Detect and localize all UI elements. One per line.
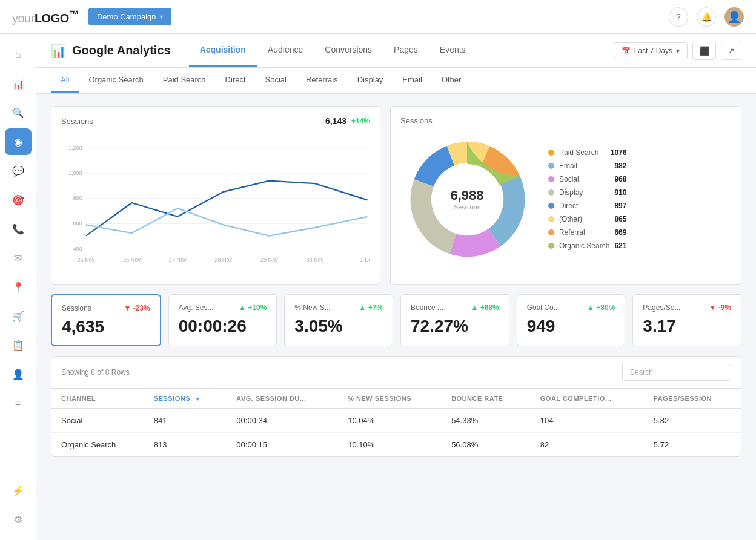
tab-conversions[interactable]: Conversions bbox=[314, 34, 383, 67]
sub-tab-paid[interactable]: Paid Search bbox=[153, 68, 216, 93]
metric-card-bounce[interactable]: Bounce ... ▲ +68% 72.27% bbox=[400, 294, 509, 346]
cell-channel-1: Organic Search bbox=[51, 433, 144, 457]
metric-goal-trend: ▲ +80% bbox=[587, 303, 615, 312]
sidebar-item-search[interactable]: 🔍 bbox=[5, 99, 31, 126]
table-search-input[interactable] bbox=[622, 364, 731, 381]
donut-legend: Paid Search 1076 Email 982 Social 968 bbox=[548, 148, 626, 250]
donut-content: 6,988 Sessions Paid Search 1076 Email bbox=[400, 133, 731, 266]
date-range-button[interactable]: 📅 Last 7 Days ▾ bbox=[614, 42, 688, 59]
tab-acquisition[interactable]: Acquisition bbox=[189, 34, 257, 67]
metric-new-sessions-trend: ▲ +7% bbox=[359, 303, 383, 312]
tab-events[interactable]: Events bbox=[429, 34, 477, 67]
sidebar-item-reports[interactable]: 📋 bbox=[5, 332, 31, 358]
sidebar-item-lists[interactable]: ≡ bbox=[5, 390, 31, 417]
svg-text:26 Nov: 26 Nov bbox=[123, 257, 141, 263]
legend-value-paid-search: 1076 bbox=[611, 148, 627, 157]
sub-tab-social[interactable]: Social bbox=[256, 68, 296, 93]
sidebar-item-targeting[interactable]: 🎯 bbox=[5, 186, 31, 213]
legend-item-email: Email 982 bbox=[548, 162, 626, 170]
donut-card-header: Sessions bbox=[400, 116, 731, 125]
metric-new-sessions-header: % New S... ▲ +7% bbox=[294, 303, 383, 312]
sub-tab-all[interactable]: All bbox=[51, 68, 79, 93]
cell-avg-session-1: 00:00:15 bbox=[227, 433, 338, 457]
donut-center-label: Sessions bbox=[450, 203, 483, 211]
share-button[interactable]: ↗ bbox=[721, 42, 741, 60]
metric-bounce-header: Bounce ... ▲ +68% bbox=[411, 303, 499, 312]
sidebar-item-location[interactable]: 📍 bbox=[5, 274, 31, 300]
help-button[interactable]: ? bbox=[669, 7, 688, 27]
svg-text:400: 400 bbox=[73, 246, 82, 252]
sidebar-item-home[interactable]: ⌂ bbox=[5, 41, 31, 68]
metric-card-pages[interactable]: Pages/Se... ▼ -9% 3.17 bbox=[632, 294, 741, 346]
metric-sessions-trend: ▼ -23% bbox=[124, 304, 150, 312]
metric-card-avg-session[interactable]: Avg. Ses... ▲ +10% 00:00:26 bbox=[168, 294, 277, 346]
page-title-area: 📊 Google Analytics bbox=[51, 44, 171, 58]
content-area: Sessions 6,143 +14% 1,200 1,000 800 600 … bbox=[36, 94, 756, 469]
metric-goal-header: Goal Co... ▲ +80% bbox=[527, 303, 615, 312]
metric-bounce-label: Bounce ... bbox=[411, 303, 443, 312]
svg-text:30 Nov: 30 Nov bbox=[307, 257, 324, 263]
demo-campaign-button[interactable]: Demo Campaign ▾ bbox=[88, 8, 171, 25]
sidebar-item-dashboard[interactable]: ◉ bbox=[5, 128, 31, 155]
sidebar-item-chat[interactable]: 💬 bbox=[5, 157, 31, 184]
sub-tab-organic[interactable]: Organic Search bbox=[79, 68, 153, 93]
legend-label-social: Social bbox=[559, 175, 609, 183]
th-new-sessions: % NEW SESSIONS bbox=[338, 389, 442, 409]
sidebar-item-cart[interactable]: 🛒 bbox=[5, 303, 31, 329]
legend-item-social: Social 968 bbox=[548, 175, 626, 183]
top-nav-right: ? 🔔 👤 bbox=[669, 7, 744, 27]
data-table-card: Showing 8 of 8 Rows CHANNEL SESSIONS ▼ A… bbox=[51, 356, 741, 457]
sub-tab-other[interactable]: Other bbox=[432, 68, 471, 93]
sidebar: ⌂ 📊 🔍 ◉ 💬 🎯 📞 ✉ 📍 🛒 📋 👤 ≡ ⚡ ⚙ bbox=[0, 34, 36, 469]
legend-value-social: 968 bbox=[614, 175, 626, 183]
donut-center: 6,988 Sessions bbox=[450, 188, 483, 211]
tab-audience[interactable]: Audience bbox=[257, 34, 314, 67]
metric-card-new-sessions[interactable]: % New S... ▲ +7% 3.05% bbox=[284, 294, 393, 346]
chart-type-button[interactable]: ⬛ bbox=[692, 42, 716, 60]
legend-item-organic: Organic Search 621 bbox=[548, 242, 626, 250]
sidebar-item-users[interactable]: 👤 bbox=[5, 361, 31, 387]
cell-channel-0: Social bbox=[51, 409, 144, 433]
metric-pages-trend: ▼ -9% bbox=[709, 303, 731, 312]
legend-item-paid-search: Paid Search 1076 bbox=[548, 148, 626, 157]
legend-value-other: 865 bbox=[614, 215, 626, 223]
main-content: 📊 Google Analytics Acquisition Audience … bbox=[36, 34, 756, 469]
table-header-row: CHANNEL SESSIONS ▼ AVG. SESSION DU... % … bbox=[51, 389, 741, 409]
svg-text:29 Nov: 29 Nov bbox=[260, 257, 278, 263]
sub-tab-referrals[interactable]: Referrals bbox=[296, 68, 348, 93]
svg-text:600: 600 bbox=[73, 220, 82, 226]
cell-avg-session-0: 00:00:34 bbox=[227, 409, 338, 433]
logo-your: your bbox=[12, 11, 35, 24]
sessions-donut-card: Sessions bbox=[390, 106, 741, 285]
notifications-button[interactable]: 🔔 bbox=[697, 7, 716, 27]
th-sessions[interactable]: SESSIONS ▼ bbox=[144, 389, 227, 409]
tab-pages[interactable]: Pages bbox=[383, 34, 429, 67]
sidebar-item-analytics[interactable]: 📊 bbox=[5, 70, 31, 97]
donut-center-value: 6,988 bbox=[450, 188, 483, 203]
metric-avg-session-header: Avg. Ses... ▲ +10% bbox=[179, 303, 267, 312]
metric-card-sessions[interactable]: Sessions ▼ -23% 4,635 bbox=[51, 294, 161, 346]
th-avg-session: AVG. SESSION DU... bbox=[227, 389, 338, 409]
legend-label-email: Email bbox=[559, 162, 609, 170]
legend-dot-organic bbox=[548, 243, 554, 249]
sidebar-item-email[interactable]: ✉ bbox=[5, 245, 31, 271]
donut-svg-container: 6,988 Sessions bbox=[400, 133, 534, 266]
sub-tab-display[interactable]: Display bbox=[348, 68, 393, 93]
sub-tab-email[interactable]: Email bbox=[393, 68, 432, 93]
logo: yourLOGO™ bbox=[12, 8, 79, 25]
metric-card-goal[interactable]: Goal Co... ▲ +80% 949 bbox=[517, 294, 626, 346]
metric-pages-label: Pages/Se... bbox=[643, 303, 680, 312]
cell-sessions-1: 813 bbox=[144, 433, 227, 457]
th-bounce: BOUNCE RATE bbox=[442, 389, 531, 409]
table-row: Organic Search 813 00:00:15 10.10% 56.08… bbox=[51, 433, 741, 457]
metric-sessions-label: Sessions bbox=[62, 304, 91, 312]
metric-avg-session-label: Avg. Ses... bbox=[179, 303, 214, 312]
sub-tab-direct[interactable]: Direct bbox=[216, 68, 256, 93]
sidebar-item-phone[interactable]: 📞 bbox=[5, 216, 31, 242]
cell-pages-0: 5.82 bbox=[644, 409, 741, 433]
legend-dot-direct bbox=[548, 203, 554, 209]
sub-tabs: All Organic Search Paid Search Direct So… bbox=[36, 68, 756, 94]
svg-text:1,000: 1,000 bbox=[68, 170, 82, 176]
table-row: Social 841 00:00:34 10.04% 54.33% 104 5.… bbox=[51, 409, 741, 433]
avatar[interactable]: 👤 bbox=[724, 7, 744, 27]
